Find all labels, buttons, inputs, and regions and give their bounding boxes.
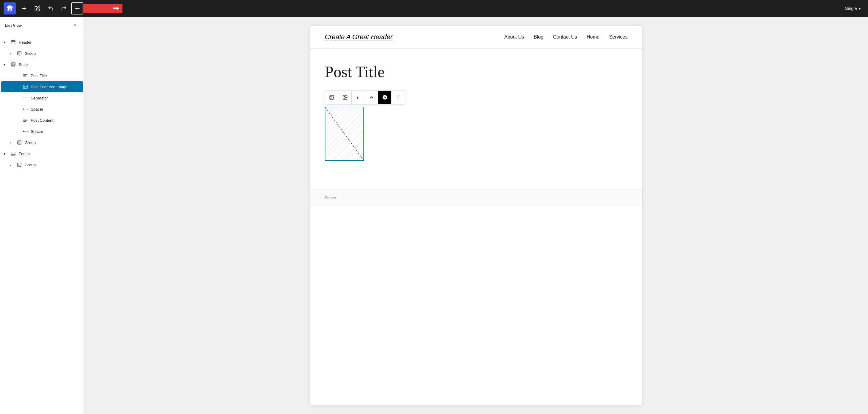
top-toolbar: Single ▾ [0,0,868,17]
nav-contact-us[interactable]: Contact Us [553,34,577,40]
view-selector[interactable]: Single ▾ [841,4,864,13]
sidebar-item-separator[interactable]: Separator [1,93,83,103]
close-icon: × [73,22,77,29]
red-arrow-indicator [83,4,122,13]
sidebar-item-label: Group [25,140,81,145]
svg-rect-7 [11,42,16,44]
site-header-block: Create A Great Header About Us Blog Cont… [310,26,642,48]
canvas-area: Create A Great Header About Us Blog Cont… [85,17,868,414]
svg-point-34 [331,96,331,97]
site-navigation: About Us Blog Contact Us Home Services [504,34,628,40]
svg-rect-29 [11,154,16,155]
wp-logo[interactable] [4,2,16,14]
svg-point-42 [359,98,359,99]
group-block-icon-2 [16,139,23,146]
sidebar-item-label: Spacer [31,129,81,134]
spacer-block-icon [22,105,29,113]
svg-point-41 [357,98,358,99]
sidebar-item-label: Post Content [31,118,81,123]
block-toolbar [325,91,405,104]
svg-rect-30 [11,152,16,154]
sidebar-item-group-2[interactable]: › Group [1,137,83,148]
group-block-icon-3 [16,161,23,168]
close-sidebar-button[interactable]: × [71,21,79,30]
redo-button[interactable] [58,2,70,14]
svg-rect-9 [19,53,20,54]
sidebar-item-group-3[interactable]: › Group [1,160,83,170]
sidebar-item-label: Separator [31,96,81,100]
sidebar-title: List View [5,23,22,28]
svg-point-37 [357,96,358,96]
list-view-button[interactable] [71,2,83,14]
sidebar-item-footer[interactable]: ▾ Footer [1,148,83,159]
sidebar-item-label: Post Featured Image [31,85,73,89]
footer-label: Footer [325,196,336,200]
post-content-block-icon [22,116,29,124]
svg-rect-31 [18,163,21,167]
add-block-button[interactable] [18,2,30,14]
stack-block-icon [10,61,17,68]
chevron-right-icon: › [10,163,16,167]
sidebar-item-header[interactable]: ▾ Header [1,37,83,47]
sidebar-item-label: Group [25,163,81,167]
edit-style-button[interactable] [378,91,392,104]
sidebar-item-spacer-2[interactable]: Spacer [1,126,83,137]
canvas-inner: Create A Great Header About Us Blog Cont… [310,26,642,405]
post-title-block-icon [22,72,29,79]
nav-about-us[interactable]: About Us [504,34,524,40]
sidebar-item-label: Stack [19,62,81,67]
header-block-icon [10,39,17,46]
svg-line-46 [326,108,364,160]
list-view-sidebar: List View × ▾ Header › Group [0,17,85,414]
svg-point-17 [24,86,25,87]
group-block-icon [16,50,23,57]
drag-handle-button[interactable] [352,91,365,104]
sidebar-item-spacer-1[interactable]: Spacer [1,104,83,114]
footer-block-icon [10,150,17,157]
edit-button[interactable] [31,2,43,14]
sidebar-item-label: Footer [19,151,81,156]
options-button[interactable] [392,91,405,104]
svg-marker-5 [114,7,119,10]
chevron-right-icon: › [10,51,16,56]
svg-point-43 [398,96,398,96]
svg-rect-10 [11,63,16,64]
post-title-block[interactable]: Post Title [325,63,628,81]
svg-point-45 [398,99,398,99]
chevron-down-icon: ▾ [4,152,10,156]
block-type-button[interactable] [325,91,338,104]
view-chevron-icon: ▾ [859,6,861,11]
sidebar-list: ▾ Header › Group ▾ Stack [0,34,84,173]
sidebar-item-label: Spacer [31,107,81,111]
svg-rect-28 [19,142,20,143]
view-label: Single [845,6,857,11]
sidebar-item-group-1[interactable]: › Group [1,48,83,59]
nav-blog[interactable]: Blog [534,34,544,40]
nav-services[interactable]: Services [609,34,628,40]
svg-point-38 [359,96,359,96]
post-featured-image-block[interactable] [325,107,364,161]
site-logo[interactable]: Create A Great Header [325,33,393,41]
svg-point-44 [398,97,398,98]
chevron-right-icon: › [10,140,16,145]
svg-rect-8 [18,51,21,55]
main-layout: List View × ▾ Header › Group [0,17,868,414]
options-menu-button[interactable]: ⋮ [73,83,81,91]
spacer-block-icon-2 [22,128,29,135]
post-content-area: Post Title [310,48,642,171]
move-button[interactable] [365,91,378,104]
undo-button[interactable] [44,2,57,14]
nav-home[interactable]: Home [587,34,599,40]
svg-point-39 [357,97,358,98]
sidebar-item-stack[interactable]: ▾ Stack [1,59,83,70]
sidebar-item-label: Post Title [31,73,81,78]
svg-rect-6 [11,41,16,42]
chevron-down-icon: ▾ [4,63,10,67]
sidebar-item-post-content[interactable]: Post Content [1,115,83,126]
transform-button[interactable] [338,91,352,104]
sidebar-header: List View × [0,17,84,34]
svg-point-40 [359,97,359,98]
sidebar-item-post-title[interactable]: Post Title [1,70,83,81]
svg-rect-12 [11,66,16,67]
sidebar-item-post-featured-image[interactable]: Post Featured Image ⋮ [1,81,83,92]
